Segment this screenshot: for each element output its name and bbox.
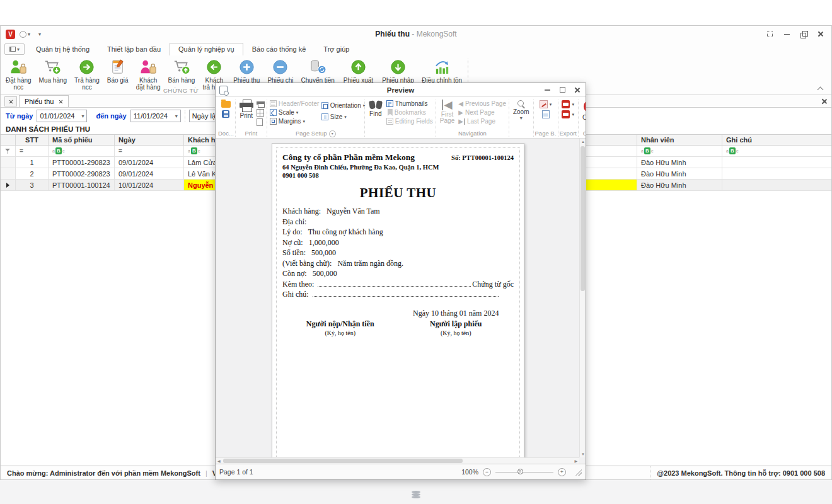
equals-filter-icon[interactable]: = — [118, 147, 122, 154]
text-filter-icon[interactable]: aBc — [188, 147, 200, 154]
preview-title: Preview — [216, 86, 586, 94]
filter-row-icon — [5, 148, 11, 154]
phieu-chi-button[interactable]: Phiếu chi — [263, 57, 297, 84]
chevron-down-icon: ▾ — [17, 47, 20, 52]
chevron-down-icon: ▾ — [296, 110, 299, 115]
zoom-button[interactable]: Zoom ▾ — [511, 98, 532, 130]
tab-quan-tri-he-thong[interactable]: Quản trị hệ thống — [27, 43, 98, 55]
field-kem-theo: Kèm theo:Chứng từ gốc — [282, 279, 514, 290]
size-icon — [321, 113, 328, 120]
scale-button[interactable]: Scale▾ — [270, 109, 319, 116]
close-tab-icon[interactable] — [59, 100, 63, 104]
to-date-input[interactable]: 11/01/2024▾ — [130, 110, 181, 122]
export-document-button[interactable]: ▾ — [562, 100, 574, 108]
preview-minimize-button[interactable] — [544, 86, 551, 93]
col-stt[interactable]: STT — [16, 135, 49, 146]
close-all-tabs-button[interactable] — [4, 96, 17, 106]
thumbnails-button[interactable]: Thumbnails — [386, 100, 433, 107]
bookmarks-button: Bookmarks — [386, 109, 433, 116]
scrollbar-thumb[interactable] — [223, 459, 463, 463]
filter-divider — [185, 110, 185, 122]
open-document-icon[interactable] — [221, 101, 231, 108]
thumbnails-icon — [386, 100, 393, 107]
editing-fields-icon — [386, 118, 393, 125]
fullscreen-button[interactable] — [766, 31, 773, 38]
chevron-down-icon: ▾ — [303, 119, 305, 124]
sign-left-block: Người nộp/Nhận tiền (Ký, họ tên) — [282, 319, 398, 336]
group-expand-icon[interactable]: ▾ — [329, 130, 336, 137]
print-options-icon[interactable] — [257, 109, 264, 117]
text-filter-icon[interactable]: aBc — [726, 147, 738, 154]
binoculars-icon — [369, 100, 383, 110]
mua-hang-button[interactable]: Mua hàng — [35, 57, 71, 84]
zoom-out-button[interactable]: − — [483, 468, 491, 476]
resize-grip[interactable] — [574, 468, 582, 476]
zoom-in-button[interactable]: + — [558, 468, 566, 476]
preview-horizontal-scrollbar[interactable]: ◀ ▶ — [216, 457, 579, 464]
orientation-button[interactable]: Orientation▾ — [321, 102, 365, 109]
preview-vertical-scrollbar[interactable]: ▲ ▼ — [579, 139, 586, 457]
preview-titlebar[interactable]: Preview — [216, 83, 586, 97]
dotted-leader — [313, 296, 499, 297]
save-document-icon[interactable] — [222, 110, 229, 118]
quick-print-icon[interactable] — [257, 100, 265, 107]
ban-hang-button[interactable]: Bán hàng — [165, 57, 199, 84]
text-filter-icon[interactable]: aBc — [52, 147, 64, 154]
chevron-down-icon: ▾ — [550, 102, 552, 107]
voucher-title: PHIẾU THU — [282, 185, 514, 201]
minimize-button[interactable] — [783, 31, 790, 38]
page-color-button[interactable]: ▾ — [540, 100, 552, 108]
send-document-button[interactable]: ▾ — [562, 110, 574, 118]
scroll-down-icon[interactable]: ▼ — [580, 452, 586, 456]
tab-quan-ly-nghiep-vu[interactable]: Quản lý nghiệp vụ — [170, 43, 243, 56]
preview-maximize-button[interactable] — [560, 87, 565, 93]
find-button[interactable]: Find — [366, 98, 385, 130]
from-date-input[interactable]: 01/01/2024▾ — [37, 110, 87, 122]
tab-bao-cao-thong-ke[interactable]: Báo cáo thống kê — [243, 43, 315, 55]
khach-dat-hang-button[interactable]: Khách đặt hàng — [132, 57, 165, 91]
phieu-thu-button[interactable]: Phiếu thu — [229, 57, 263, 84]
dieu-chinh-ton-button[interactable]: Điều chỉnh tồn — [418, 57, 466, 84]
col-nhan-vien[interactable]: Nhân viên — [637, 135, 722, 146]
orientation-icon — [321, 102, 328, 109]
text-filter-icon[interactable]: aBc — [641, 147, 653, 154]
scroll-up-icon[interactable]: ▲ — [580, 140, 586, 144]
next-page-button: ▶Next Page — [458, 109, 506, 116]
scrollbar-thumb[interactable] — [581, 146, 585, 291]
watermark-icon[interactable] — [542, 110, 550, 118]
tab-thiet-lap-ban-dau[interactable]: Thiết lập ban đầu — [98, 43, 170, 55]
bao-gia-button[interactable]: Báo giá — [103, 57, 132, 84]
close-button[interactable] — [818, 31, 824, 37]
zoom-slider-thumb[interactable] — [517, 469, 523, 474]
close-tab-area-icon[interactable] — [821, 98, 828, 105]
restore-button[interactable] — [800, 31, 807, 38]
print-button[interactable]: Print — [237, 98, 256, 130]
app-titlebar: V ▾ ▾ Phiếu thu - MekongSoft — [1, 26, 831, 42]
equals-filter-icon[interactable]: = — [20, 147, 23, 154]
zoom-percentage: 100% — [461, 468, 478, 476]
chevron-down-icon: ▾ — [572, 112, 574, 117]
chevron-down-icon: ▾ — [344, 115, 347, 120]
col-ma-so-phieu[interactable]: Mã số phiếu — [49, 135, 115, 146]
ribbon-collapse-icon[interactable] — [818, 87, 824, 91]
customer-order-icon — [139, 58, 158, 76]
dat-hang-ncc-button[interactable]: Đặt hàng ncc — [2, 57, 35, 91]
page-setup-icon[interactable] — [257, 118, 263, 126]
header-footer-button: Header/Footer — [270, 100, 319, 107]
header-footer-icon — [270, 100, 277, 107]
scroll-right-icon[interactable]: ▶ — [574, 459, 577, 463]
ribbon-layout-button[interactable]: ▾ — [4, 43, 25, 55]
close-circle-icon — [584, 100, 586, 113]
welcome-text: Chào mừng: Administrator đến với phần mề… — [7, 469, 200, 477]
tab-phieu-thu[interactable]: Phiếu thu — [19, 95, 69, 107]
scroll-left-icon[interactable]: ◀ — [217, 459, 221, 463]
col-ghi-chu[interactable]: Ghi chú — [722, 135, 831, 146]
zoom-slider[interactable] — [495, 472, 553, 472]
margins-button[interactable]: Margins▾ — [270, 118, 319, 125]
preview-close-button[interactable] — [574, 87, 581, 93]
close-preview-button[interactable]: Close — [580, 98, 586, 130]
col-ngay[interactable]: Ngày — [115, 135, 184, 146]
size-button[interactable]: Size▾ — [321, 113, 365, 120]
tra-hang-ncc-button[interactable]: Trả hàng ncc — [71, 57, 103, 91]
tab-tro-giup[interactable]: Trợ giúp — [315, 43, 358, 55]
